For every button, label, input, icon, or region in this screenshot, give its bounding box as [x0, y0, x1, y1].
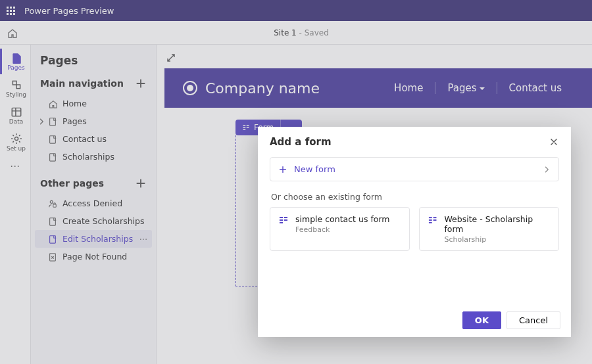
nav-item-label: Page Not Found	[62, 252, 127, 262]
nav-item-label: Access Denied	[62, 198, 122, 208]
page-icon	[48, 135, 57, 144]
nav-pages[interactable]: Pages	[435, 82, 496, 94]
site-status: Site 1 - Saved	[17, 28, 585, 37]
page-icon	[48, 235, 57, 244]
ok-button[interactable]: OK	[462, 311, 501, 329]
sub-header: Site 1 - Saved	[0, 21, 592, 45]
product-name: Power Pages Preview	[24, 6, 114, 16]
other-pages-heading: Other pages	[40, 178, 104, 189]
form-icon	[278, 215, 289, 225]
rail-more[interactable]: ⋯	[10, 160, 20, 172]
main-nav-section: Main navigation	[35, 75, 152, 95]
nav-item-pages[interactable]: Pages	[35, 112, 152, 130]
chevron-right-icon[interactable]	[37, 118, 45, 125]
new-form-button[interactable]: New form	[270, 157, 559, 181]
page-error-icon	[48, 252, 57, 262]
modal-title: Add a form	[270, 136, 332, 148]
modal-footer: OK Cancel	[258, 304, 571, 337]
rail-styling[interactable]: Styling	[0, 76, 30, 101]
site-header: Company name Home Pages Contact us	[164, 68, 592, 108]
plus-icon	[278, 165, 287, 174]
brand-logo-icon	[183, 81, 197, 95]
page-icon	[48, 117, 57, 126]
home-icon[interactable]	[7, 28, 17, 38]
rail-data[interactable]: Data	[0, 102, 30, 128]
app-launcher-icon[interactable]	[7, 7, 15, 15]
close-icon[interactable]	[549, 137, 559, 147]
new-form-label: New form	[294, 164, 335, 174]
rail-setup-label: Set up	[7, 145, 26, 152]
other-pages-section: Other pages	[35, 175, 152, 194]
item-more-icon[interactable]: ⋯	[139, 234, 149, 244]
rail-pages[interactable]: Pages	[0, 49, 30, 74]
pages-icon	[11, 52, 22, 64]
panel-title: Pages	[35, 54, 152, 75]
nav-item-label: Contact us	[62, 134, 107, 144]
form-card-subtitle: Scholarship	[444, 235, 551, 244]
form-icon	[242, 124, 250, 131]
nav-item-label: Create Scholarships	[62, 216, 145, 226]
existing-form-scholarship[interactable]: Website - Scholarship form Scholarship	[419, 207, 559, 251]
modal-header: Add a form	[258, 127, 571, 154]
rail-data-label: Data	[9, 118, 24, 125]
user-lock-icon	[48, 199, 57, 208]
rail-styling-label: Styling	[6, 91, 26, 98]
choose-existing-label: Or choose an existing form	[271, 192, 558, 202]
page-create-scholarships[interactable]: Create Scholarships	[35, 212, 152, 230]
page-not-found[interactable]: Page Not Found	[35, 248, 152, 265]
existing-form-contact[interactable]: simple contact us form Feedback	[270, 207, 410, 251]
chevron-right-icon	[543, 166, 551, 173]
form-icon	[428, 215, 437, 225]
nav-item-scholarships[interactable]: Scholarships	[35, 148, 152, 166]
site-nav: Home Pages Contact us	[382, 82, 574, 94]
gear-icon	[11, 133, 22, 145]
rail-setup[interactable]: Set up	[0, 129, 30, 155]
add-main-page-icon[interactable]	[135, 78, 147, 89]
add-form-modal: Add a form New form Or choose an existin…	[258, 127, 571, 337]
nav-item-home[interactable]: Home	[35, 95, 152, 112]
pages-panel: Pages Main navigation Home Pages Contact…	[31, 45, 157, 364]
site-name: Site 1	[274, 28, 297, 37]
nav-item-label: Edit Scholarships	[62, 234, 133, 244]
main-nav-heading: Main navigation	[40, 78, 124, 89]
nav-item-label: Home	[62, 99, 87, 108]
nav-contact[interactable]: Contact us	[497, 82, 574, 94]
page-edit-scholarships[interactable]: Edit Scholarships ⋯	[35, 230, 152, 248]
nav-item-contact[interactable]: Contact us	[35, 130, 152, 148]
page-icon	[48, 152, 57, 162]
expand-icon[interactable]	[166, 53, 176, 63]
title-bar: Power Pages Preview	[0, 0, 592, 21]
form-card-title: Website - Scholarship form	[444, 214, 551, 234]
page-icon	[48, 217, 57, 226]
form-card-title: simple contact us form	[295, 214, 390, 224]
cancel-button[interactable]: Cancel	[506, 311, 560, 329]
nav-item-label: Pages	[62, 116, 87, 126]
nav-home[interactable]: Home	[382, 82, 435, 94]
nav-rail: Pages Styling Data Set up ⋯	[0, 45, 31, 364]
home-icon	[48, 99, 57, 108]
form-card-subtitle: Feedback	[295, 225, 390, 234]
nav-item-label: Scholarships	[62, 152, 114, 162]
brand-name[interactable]: Company name	[205, 80, 320, 97]
rail-pages-label: Pages	[7, 64, 24, 71]
styling-icon	[11, 79, 22, 91]
page-access-denied[interactable]: Access Denied	[35, 194, 152, 212]
save-status: Saved	[305, 28, 329, 37]
add-other-page-icon[interactable]	[135, 177, 147, 189]
data-icon	[11, 106, 22, 118]
